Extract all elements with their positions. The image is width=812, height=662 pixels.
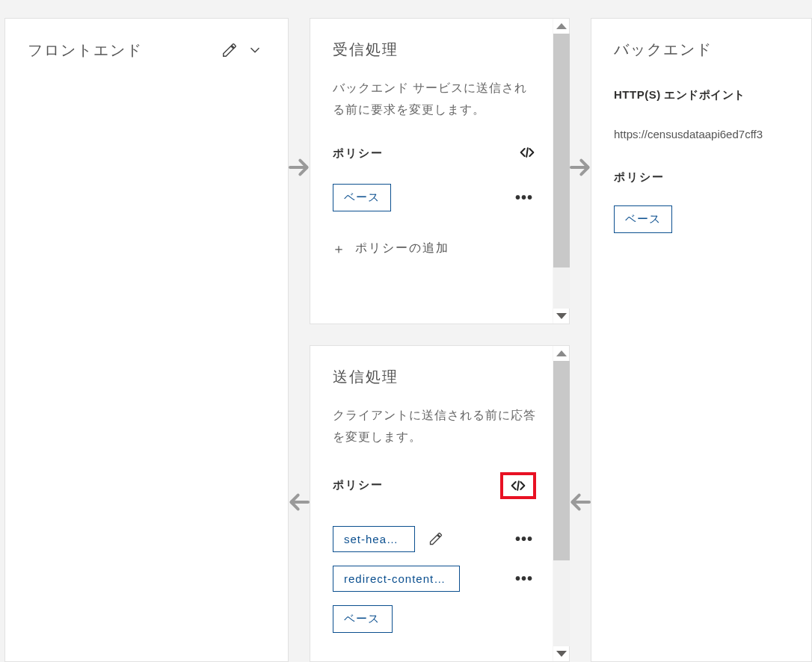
outbound-policy-label: ポリシー xyxy=(333,478,384,492)
svg-line-5 xyxy=(517,481,519,490)
backend-panel: バックエンド HTTP(S) エンドポイント https://censusdat… xyxy=(591,18,812,662)
add-policy-button[interactable]: ＋ ポリシーの追加 xyxy=(333,240,536,258)
code-icon[interactable] xyxy=(518,145,536,163)
policy-base[interactable]: ベース xyxy=(333,605,393,633)
arrow-right-icon xyxy=(287,155,311,179)
add-policy-label: ポリシーの追加 xyxy=(355,241,449,256)
arrow-left-icon xyxy=(287,490,311,514)
policy-set-header[interactable]: set-head… xyxy=(333,526,415,552)
frontend-title: フロントエンド xyxy=(28,40,219,61)
scrollbar[interactable] xyxy=(553,346,569,661)
inbound-panel: 受信処理 バックエンド サービスに送信される前に要求を変更します。 ポリシー ベ… xyxy=(310,18,570,324)
frontend-panel: フロントエンド xyxy=(4,18,289,662)
backend-policy-label: ポリシー xyxy=(614,170,665,185)
backend-endpoint-url: https://censusdataapi6ed7cff3 xyxy=(614,128,808,140)
policy-redirect-content[interactable]: redirect-content… xyxy=(333,566,460,592)
arrow-right-icon xyxy=(568,155,592,179)
arrow-left-icon xyxy=(568,490,592,514)
policy-base[interactable]: ベース xyxy=(614,205,672,233)
inbound-description: バックエンド サービスに送信される前に要求を変更します。 xyxy=(333,78,536,121)
more-icon[interactable]: ••• xyxy=(515,189,536,206)
svg-line-1 xyxy=(526,148,528,157)
scroll-track[interactable] xyxy=(553,34,570,309)
more-icon[interactable]: ••• xyxy=(515,570,536,587)
outbound-panel: 送信処理 クライアントに送信される前に応答を変更します。 ポリシー set-he… xyxy=(310,345,570,662)
inbound-policy-label: ポリシー xyxy=(333,146,384,161)
more-icon[interactable]: ••• xyxy=(515,530,536,548)
outbound-title: 送信処理 xyxy=(333,367,536,387)
scroll-thumb[interactable] xyxy=(553,34,570,267)
pencil-icon[interactable] xyxy=(425,528,446,549)
code-icon-highlighted[interactable] xyxy=(500,472,536,499)
scroll-track[interactable] xyxy=(553,361,570,646)
backend-endpoint-label: HTTP(S) エンドポイント xyxy=(614,88,808,102)
plus-icon: ＋ xyxy=(333,240,346,258)
inbound-title: 受信処理 xyxy=(333,40,536,60)
scroll-down-icon[interactable] xyxy=(556,651,567,657)
scrollbar[interactable] xyxy=(553,19,569,324)
scroll-up-icon[interactable] xyxy=(556,350,567,356)
scroll-up-icon[interactable] xyxy=(556,23,567,29)
scroll-thumb[interactable] xyxy=(553,361,570,560)
pencil-icon[interactable] xyxy=(219,40,240,61)
outbound-description: クライアントに送信される前に応答を変更します。 xyxy=(333,405,536,448)
policy-base[interactable]: ベース xyxy=(333,184,391,211)
scroll-down-icon[interactable] xyxy=(556,313,567,319)
backend-title: バックエンド xyxy=(614,40,808,60)
chevron-down-icon[interactable] xyxy=(244,40,265,61)
